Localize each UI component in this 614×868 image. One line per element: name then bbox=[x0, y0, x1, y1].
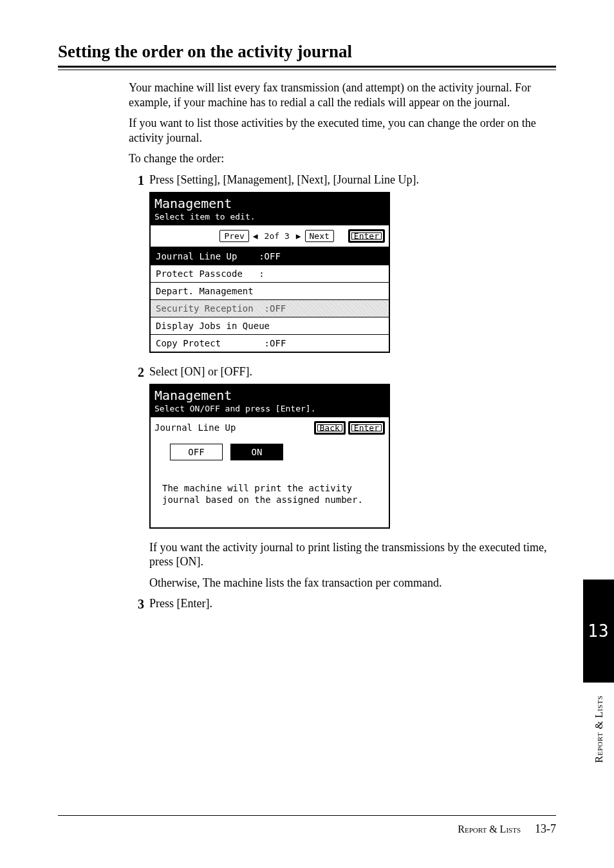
menu-item-label: Display Jobs in Queue bbox=[156, 321, 270, 331]
menu-item-value: : bbox=[259, 269, 264, 279]
post-step-note-1: If you want the activity journal to prin… bbox=[149, 540, 550, 569]
step-number: 3 bbox=[129, 596, 144, 612]
footer-section-label: Report & Lists bbox=[458, 824, 521, 835]
off-option[interactable]: OFF bbox=[170, 444, 223, 460]
lcd-screen-1: Management Select item to edit. Prev ◀ 2… bbox=[149, 192, 390, 353]
menu-item-value: :OFF bbox=[265, 303, 286, 314]
option-row: OFF ON bbox=[151, 441, 389, 472]
menu-item-label: Depart. Management bbox=[156, 286, 254, 296]
step-text: Press [Enter]. bbox=[149, 596, 550, 611]
intro-paragraph-2: If you want to list those activities by … bbox=[129, 116, 550, 145]
enter-button[interactable]: Enter bbox=[348, 421, 385, 435]
menu-item-security-reception: Security Reception :OFF bbox=[151, 300, 389, 317]
step-1: 1 Press [Setting], [Management], [Next],… bbox=[129, 173, 550, 188]
back-button[interactable]: Back bbox=[314, 421, 346, 435]
step-3: 3 Press [Enter]. bbox=[129, 596, 550, 612]
triangle-right-icon: ▶ bbox=[296, 231, 301, 241]
step-number: 2 bbox=[129, 364, 144, 380]
post-step-note-2: Otherwise, The machine lists the fax tra… bbox=[149, 576, 550, 590]
page-indicator: 2of 3 bbox=[265, 231, 290, 241]
menu-item-value: :OFF bbox=[259, 251, 281, 261]
lcd-header: Management Select item to edit. bbox=[151, 193, 389, 225]
triangle-left-icon: ◀ bbox=[253, 231, 258, 241]
chapter-number: 13 bbox=[588, 621, 609, 641]
on-option[interactable]: ON bbox=[230, 444, 283, 460]
step-text: Press [Setting], [Management], [Next], [… bbox=[149, 173, 550, 187]
step-2: 2 Select [ON] or [OFF]. bbox=[129, 364, 550, 380]
chapter-side-label: Report & Lists bbox=[593, 695, 605, 763]
lcd-title: Management bbox=[154, 388, 385, 404]
lcd-header: Management Select ON/OFF and press [Ente… bbox=[151, 385, 389, 417]
menu-item-value: :OFF bbox=[265, 338, 286, 348]
lcd-nav-row: Prev ◀ 2of 3 ▶ Next Enter bbox=[151, 225, 389, 248]
lcd-screen-2: Management Select ON/OFF and press [Ente… bbox=[149, 384, 390, 529]
option-description: The machine will print the activity jour… bbox=[151, 472, 389, 527]
title-rule bbox=[58, 66, 556, 70]
menu-item-depart-management[interactable]: Depart. Management bbox=[151, 283, 389, 300]
menu-item-display-jobs-in-queue[interactable]: Display Jobs in Queue bbox=[151, 317, 389, 335]
menu-item-label: Journal Line Up bbox=[156, 251, 237, 261]
enter-button[interactable]: Enter bbox=[348, 229, 385, 243]
page-footer: Report & Lists 13-7 bbox=[58, 815, 556, 836]
lcd-subtitle: Select item to edit. bbox=[154, 212, 385, 222]
step-number: 1 bbox=[129, 173, 144, 188]
lcd-menu: Journal Line Up :OFF Protect Passcode : … bbox=[151, 248, 389, 352]
intro-paragraph-1: Your machine will list every fax transmi… bbox=[129, 80, 550, 109]
menu-item-label: Security Reception bbox=[156, 303, 254, 314]
menu-item-journal-line-up[interactable]: Journal Line Up :OFF bbox=[151, 248, 389, 265]
menu-item-label: Copy Protect bbox=[156, 338, 221, 348]
menu-item-label: Protect Passcode bbox=[156, 269, 243, 279]
page-title: Setting the order on the activity journa… bbox=[58, 42, 556, 62]
step-text: Select [ON] or [OFF]. bbox=[149, 364, 550, 379]
footer-page-number: 13-7 bbox=[535, 822, 556, 835]
chapter-tab: 13 bbox=[583, 580, 614, 683]
menu-item-copy-protect[interactable]: Copy Protect :OFF bbox=[151, 335, 389, 352]
lcd-subtitle: Select ON/OFF and press [Enter]. bbox=[154, 404, 385, 413]
next-button[interactable]: Next bbox=[305, 230, 334, 242]
menu-item-protect-passcode[interactable]: Protect Passcode : bbox=[151, 265, 389, 283]
prev-button[interactable]: Prev bbox=[219, 230, 248, 242]
lcd-top-row: Journal Line Up Back Enter bbox=[151, 417, 389, 441]
lcd-title: Management bbox=[154, 196, 385, 212]
intro-paragraph-3: To change the order: bbox=[129, 151, 550, 166]
setting-label: Journal Line Up bbox=[154, 422, 236, 433]
